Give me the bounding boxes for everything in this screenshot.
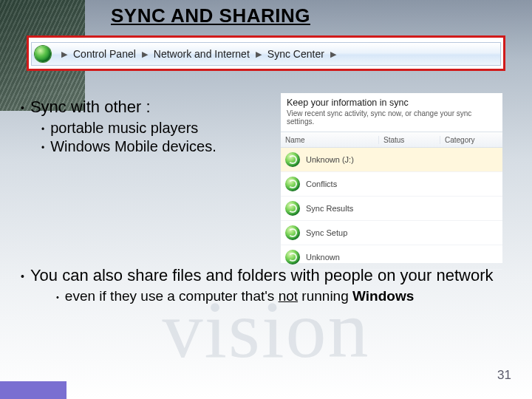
bullet-text: You can also share files and folders wit… [30, 266, 494, 284]
slide-body: •Sync with other : •portable music playe… [21, 98, 511, 306]
chevron-right-icon: ▶ [250, 50, 267, 59]
chevron-right-icon: ▶ [55, 50, 73, 59]
chevron-right-icon: ▶ [324, 50, 342, 59]
slide: vision SYNC AND SHARING ▶ Control Panel … [0, 0, 532, 399]
bullet-text: Windows Mobile devices. [50, 138, 216, 154]
breadcrumb-highlight-box: ▶ Control Panel ▶ Network and Internet ▶… [27, 35, 505, 71]
breadcrumb-item-control-panel[interactable]: Control Panel [73, 48, 136, 60]
slide-title: SYNC AND SHARING [111, 4, 310, 27]
bullet-text: Sync with other : [30, 98, 151, 116]
bullet-level2: •portable music players [41, 120, 511, 137]
page-number: 31 [497, 368, 511, 383]
accent-bar [0, 381, 66, 399]
bullet-text: portable music players [50, 120, 198, 136]
bullet-text: even if they use a computer that's not r… [65, 288, 414, 304]
breadcrumb-item-sync-center[interactable]: Sync Center [267, 48, 324, 60]
bullet-level3: •even if they use a computer that's not … [56, 288, 511, 304]
bullet-level2: •Windows Mobile devices. [41, 138, 511, 155]
chevron-right-icon: ▶ [136, 50, 154, 59]
breadcrumb-item-network[interactable]: Network and Internet [154, 48, 250, 60]
bullet-level1: •You can also share files and folders wi… [21, 266, 511, 285]
bullet-level1: •Sync with other : [21, 98, 511, 117]
globe-icon [35, 46, 51, 62]
breadcrumb: ▶ Control Panel ▶ Network and Internet ▶… [31, 42, 501, 66]
